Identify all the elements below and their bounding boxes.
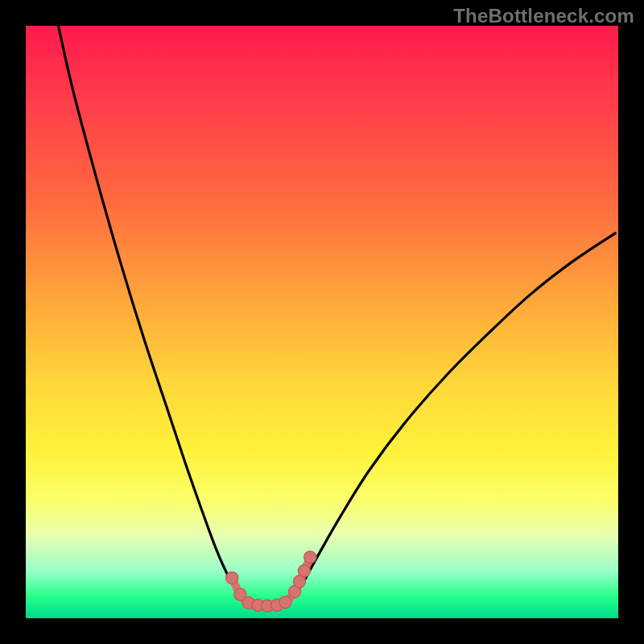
marker-dot [298,565,310,577]
marker-dot [226,572,238,584]
bottleneck-curve [58,26,615,606]
chart-frame: TheBottleneck.com [0,0,644,644]
chart-svg [26,26,618,618]
marker-points [226,551,316,612]
curve-path [58,26,615,606]
watermark-text: TheBottleneck.com [453,5,634,27]
marker-dot [304,551,316,564]
plot-area [26,26,618,618]
marker-dot [279,597,291,609]
